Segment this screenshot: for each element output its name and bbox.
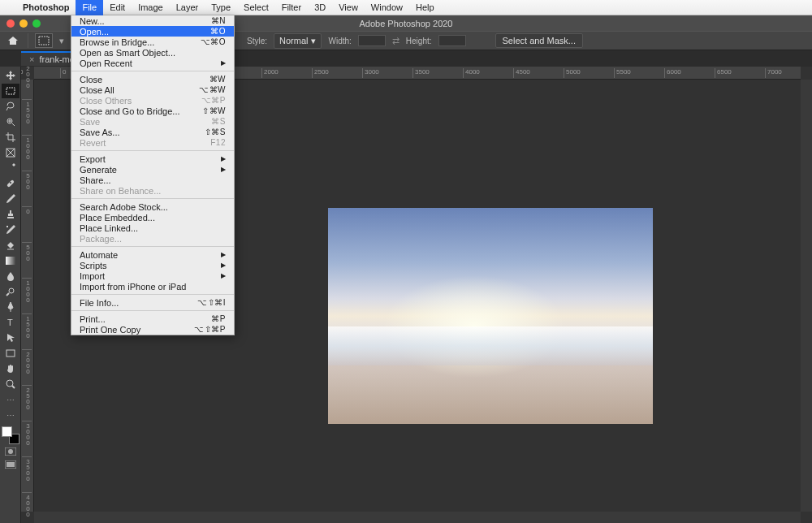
menu-item-label: Open... xyxy=(80,27,109,37)
ruler-vertical[interactable]: 2000150010005000500100015002000250030003… xyxy=(21,80,34,512)
home-icon[interactable] xyxy=(5,33,21,48)
ruler-tick: 2500 xyxy=(312,68,329,78)
menu-item-label: Close xyxy=(80,75,102,84)
menu-file[interactable]: File xyxy=(76,0,103,15)
menu-item-label: Print One Copy xyxy=(80,325,140,335)
menu-item-place-linked[interactable]: Place Linked... xyxy=(71,223,234,233)
menu-item-automate[interactable]: Automate▶ xyxy=(71,249,234,260)
menu-item-import-from-iphone-or-ipad[interactable]: Import from iPhone or iPad xyxy=(71,281,234,292)
type-tool-icon[interactable]: T xyxy=(2,315,19,330)
menu-type[interactable]: Type xyxy=(205,0,237,15)
toolbar-more-icon[interactable]: ⋯ xyxy=(2,392,19,407)
ruler-tick: 500 xyxy=(22,171,32,189)
menu-shortcut: ⌘S xyxy=(211,117,226,126)
quick-select-tool-icon[interactable] xyxy=(2,115,19,129)
stamp-tool-icon[interactable] xyxy=(2,207,19,222)
menu-app[interactable]: Photoshop xyxy=(16,0,76,15)
menu-item-share[interactable]: Share... xyxy=(71,175,234,185)
pen-tool-icon[interactable] xyxy=(2,300,19,314)
menu-select[interactable]: Select xyxy=(237,0,275,15)
history-brush-tool-icon[interactable] xyxy=(2,223,19,237)
submenu-arrow-icon: ▶ xyxy=(221,262,226,269)
ruler-tick: 1500 xyxy=(22,313,32,338)
menu-item-label: Search Adobe Stock... xyxy=(80,202,168,212)
marquee-tool-icon[interactable] xyxy=(2,84,19,98)
menu-item-new[interactable]: New...⌘N xyxy=(71,15,234,26)
menu-item-generate[interactable]: Generate▶ xyxy=(71,164,234,175)
menu-separator xyxy=(71,198,234,199)
height-input[interactable] xyxy=(438,35,466,46)
color-swatches[interactable] xyxy=(2,426,19,444)
menu-item-open[interactable]: Open...⌘O xyxy=(71,26,234,37)
menu-item-revert: RevertF12 xyxy=(71,137,234,148)
menu-item-label: Open Recent xyxy=(80,58,132,68)
menu-item-place-embedded[interactable]: Place Embedded... xyxy=(71,212,234,223)
menu-item-close[interactable]: Close⌘W xyxy=(71,74,234,84)
menu-window[interactable]: Window xyxy=(365,0,409,15)
scrollbar-vertical[interactable] xyxy=(801,80,812,512)
menu-3d[interactable]: 3D xyxy=(308,0,332,15)
svg-text:T: T xyxy=(7,318,13,327)
mac-menubar: Photoshop File Edit Image Layer Type Sel… xyxy=(0,0,812,15)
quick-mask-icon[interactable] xyxy=(2,446,19,457)
menu-item-print[interactable]: Print...⌘P xyxy=(71,313,234,324)
crop-tool-icon[interactable] xyxy=(2,130,19,145)
ruler-tick: 6000 xyxy=(664,68,681,78)
menu-item-close-and-go-to-bridge[interactable]: Close and Go to Bridge...⇧⌘W xyxy=(71,106,234,116)
menu-item-open-recent[interactable]: Open Recent▶ xyxy=(71,58,234,68)
menu-shortcut: ⇧⌘S xyxy=(205,128,226,136)
brush-tool-icon[interactable] xyxy=(2,192,19,206)
path-select-tool-icon[interactable] xyxy=(2,331,19,345)
move-tool-icon[interactable] xyxy=(2,68,19,83)
menu-shortcut: ⌘O xyxy=(210,27,226,36)
hand-tool-icon[interactable] xyxy=(2,361,19,376)
menu-item-export[interactable]: Export▶ xyxy=(71,153,234,164)
menu-edit[interactable]: Edit xyxy=(103,0,132,15)
menu-shortcut: ⌥⌘W xyxy=(199,85,226,94)
menu-item-label: Close and Go to Bridge... xyxy=(80,106,180,116)
menu-item-label: Share on Behance... xyxy=(80,186,161,196)
menu-item-open-as-smart-object[interactable]: Open as Smart Object... xyxy=(71,47,234,58)
width-label: Width: xyxy=(328,37,351,45)
menu-item-print-one-copy[interactable]: Print One Copy⌥⇧⌘P xyxy=(71,324,234,335)
menu-item-label: Close All xyxy=(80,85,114,95)
foreground-color[interactable] xyxy=(2,426,12,437)
shape-tool-icon[interactable] xyxy=(2,346,19,361)
style-select[interactable]: Normal▾ xyxy=(274,33,322,49)
screen-mode-icon[interactable] xyxy=(2,459,19,470)
eraser-tool-icon[interactable] xyxy=(2,238,19,253)
menu-item-close-all[interactable]: Close All⌥⌘W xyxy=(71,84,234,95)
scrollbar-horizontal[interactable] xyxy=(34,512,801,523)
menu-view[interactable]: View xyxy=(332,0,365,15)
eyedropper-tool-icon[interactable] xyxy=(2,161,19,175)
menu-item-file-info[interactable]: File Info...⌥⇧⌘I xyxy=(71,297,234,308)
gradient-tool-icon[interactable] xyxy=(2,253,19,268)
menu-item-save-as[interactable]: Save As...⇧⌘S xyxy=(71,127,234,137)
width-input[interactable] xyxy=(358,35,386,46)
menu-item-scripts[interactable]: Scripts▶ xyxy=(71,260,234,270)
blur-tool-icon[interactable] xyxy=(2,269,19,283)
edit-toolbar-icon[interactable]: ⋯ xyxy=(2,408,19,422)
style-label: Style: xyxy=(247,37,267,45)
menu-item-browse-in-bridge[interactable]: Browse in Bridge...⌥⌘O xyxy=(71,37,234,47)
dodge-tool-icon[interactable] xyxy=(2,284,19,299)
menu-help[interactable]: Help xyxy=(409,0,441,15)
chevron-down-icon[interactable]: ▾ xyxy=(59,36,64,46)
swap-icon[interactable]: ⇄ xyxy=(392,36,400,46)
svg-point-19 xyxy=(8,449,13,454)
select-and-mask-button[interactable]: Select and Mask... xyxy=(495,33,584,48)
chevron-down-icon: ▾ xyxy=(311,36,316,46)
ruler-tick: 4000 xyxy=(463,68,480,78)
menu-item-search-adobe-stock[interactable]: Search Adobe Stock... xyxy=(71,201,234,212)
frame-tool-icon[interactable] xyxy=(2,145,19,160)
healing-tool-icon[interactable] xyxy=(2,176,19,191)
lasso-tool-icon[interactable] xyxy=(2,99,19,114)
menu-image[interactable]: Image xyxy=(132,0,170,15)
menu-item-import[interactable]: Import▶ xyxy=(71,270,234,281)
marquee-tool-icon[interactable] xyxy=(35,33,53,48)
svg-rect-21 xyxy=(6,462,15,467)
menu-filter[interactable]: Filter xyxy=(275,0,308,15)
zoom-tool-icon[interactable] xyxy=(2,377,19,391)
document-image[interactable] xyxy=(328,208,653,424)
menu-layer[interactable]: Layer xyxy=(170,0,205,15)
